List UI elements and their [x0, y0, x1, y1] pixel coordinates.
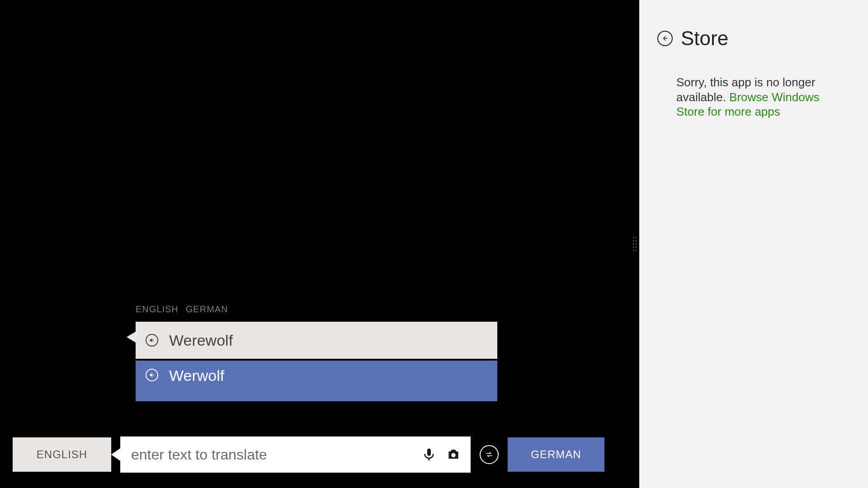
svg-point-0 — [451, 453, 455, 457]
input-icon-group — [422, 447, 471, 462]
translate-input-container — [120, 436, 471, 473]
camera-icon[interactable] — [446, 447, 461, 462]
swap-languages-button[interactable] — [480, 445, 499, 464]
translator-app: ENGLISH GERMAN Werewolf Werwolf ENGLISH — [0, 0, 630, 488]
microphone-icon[interactable] — [422, 447, 436, 462]
source-text: Werewolf — [169, 332, 233, 349]
source-language-button[interactable]: ENGLISH — [13, 437, 111, 472]
translate-input[interactable] — [120, 436, 422, 473]
store-panel: Store Sorry, this app is no longer avail… — [639, 0, 868, 488]
pair-target: GERMAN — [186, 304, 228, 314]
target-bubble[interactable]: Werwolf — [136, 361, 497, 401]
snap-divider[interactable] — [630, 0, 639, 488]
target-language-button[interactable]: GERMAN — [508, 437, 604, 472]
pair-source: ENGLISH — [136, 304, 179, 314]
source-bubble[interactable]: Werewolf — [136, 322, 497, 359]
language-pair-label: ENGLISH GERMAN — [136, 304, 228, 314]
store-message: Sorry, this app is no longer available. … — [676, 75, 844, 119]
speaker-icon[interactable] — [146, 334, 158, 347]
speaker-icon[interactable] — [146, 369, 158, 381]
input-row: ENGLISH GERMAN — [13, 437, 618, 472]
back-button[interactable] — [657, 31, 673, 46]
target-text: Werwolf — [169, 367, 224, 385]
store-title: Store — [681, 27, 728, 50]
drag-handle-icon — [633, 237, 637, 251]
store-header: Store — [657, 27, 850, 50]
